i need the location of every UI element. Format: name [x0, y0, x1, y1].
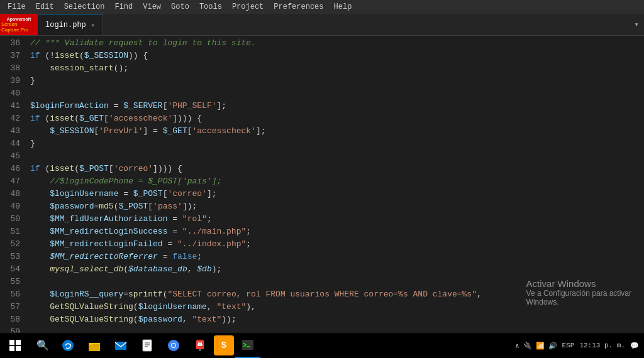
mail-icon [114, 339, 127, 352]
system-tray-icons: ∧ 🔌 📶 🔊 [515, 342, 557, 350]
line-num-46: 46 [0, 163, 20, 175]
editor-container: 36 37 38 39 40 41 42 43 44 45 46 47 48 4… [0, 36, 644, 344]
menu-view[interactable]: View [138, 1, 166, 13]
line-numbers: 36 37 38 39 40 41 42 43 44 45 46 47 48 4… [0, 36, 25, 344]
line-num-50: 50 [0, 213, 20, 225]
line-num-40: 40 [0, 87, 20, 100]
line-num-39: 39 [0, 75, 20, 87]
windows-logo-icon [9, 340, 21, 351]
taskbar-apps: 📮 S [55, 333, 260, 358]
svg-point-15 [172, 344, 175, 347]
tab-close-button[interactable]: ✕ [91, 21, 95, 29]
line-num-38: 38 [0, 62, 20, 75]
code-line-45 [30, 150, 644, 163]
svg-rect-1 [16, 340, 21, 345]
taskbar-app-chrome[interactable] [161, 333, 186, 358]
code-line-44: } [30, 138, 644, 150]
line-num-44: 44 [0, 138, 20, 150]
taskbar-app-mail[interactable] [108, 333, 133, 358]
line-num-53: 53 [0, 251, 20, 263]
tab-overflow-arrow[interactable]: ▾ [629, 19, 644, 30]
code-line-47: //$loginCodePhone = $_POST['pais']; [30, 175, 644, 188]
taskbar-app-active[interactable] [235, 333, 260, 358]
line-num-58: 58 [0, 313, 20, 326]
code-line-50: $MM_fldUserAuthorization = "rol"; [30, 213, 644, 225]
menu-file[interactable]: File [3, 1, 31, 13]
taskbar-app-app5[interactable]: 📮 [187, 333, 213, 358]
notepad-icon [141, 339, 153, 352]
menu-find[interactable]: Find [109, 1, 138, 13]
code-line-49: $password=md5($_POST['pass']); [30, 200, 644, 213]
code-line-38: session_start(); [30, 62, 644, 75]
notification-icon[interactable]: 💬 [630, 342, 639, 350]
svg-rect-0 [9, 340, 14, 345]
logo-line1: Apowersoft [7, 17, 31, 21]
menu-project[interactable]: Project [227, 1, 269, 13]
code-line-51: $MM_redirectLoginSuccess = "../main.php"… [30, 225, 644, 238]
code-line-41: $loginFormAction = $_SERVER['PHP_SELF']; [30, 100, 644, 112]
code-line-46: if (isset($_POST['correo']))) { [30, 163, 644, 175]
code-line-39: } [30, 75, 644, 87]
taskbar-app-sublime[interactable]: S [214, 335, 234, 355]
svg-rect-8 [115, 342, 126, 350]
taskbar-app-edge[interactable] [55, 333, 80, 358]
time-display: 12:13 p. m. [579, 342, 625, 349]
line-num-51: 51 [0, 225, 20, 238]
explorer-icon [88, 339, 101, 352]
menu-tools[interactable]: Tools [194, 1, 227, 13]
edge-icon [62, 339, 74, 352]
clock[interactable]: 12:13 p. m. [579, 342, 625, 349]
code-line-55 [30, 276, 644, 288]
logo-line2: Screen Capture Pro [1, 21, 36, 33]
line-num-49: 49 [0, 200, 20, 213]
code-line-43: $_SESSION['PrevUrl'] = $_GET['accesschec… [30, 125, 644, 138]
svg-rect-3 [16, 346, 21, 351]
svg-rect-7 [89, 343, 93, 345]
app-logo: Apowersoft Screen Capture Pro [0, 14, 38, 35]
code-line-52: $MM_redirectLoginFailed = "../index.php"… [30, 238, 644, 251]
line-num-55: 55 [0, 276, 20, 288]
wifi-icon[interactable]: 📶 [536, 342, 545, 350]
code-line-48: $loginUsername = $_POST['correo']; [30, 188, 644, 200]
chrome-icon [167, 339, 180, 352]
taskbar-app-explorer[interactable] [82, 333, 107, 358]
svg-rect-16 [242, 340, 253, 350]
svg-rect-9 [143, 340, 152, 351]
menu-selection[interactable]: Selection [59, 1, 110, 13]
line-num-36: 36 [0, 37, 20, 50]
tab-login-php[interactable]: login.php ✕ [38, 14, 103, 35]
line-num-45: 45 [0, 150, 20, 163]
line-num-37: 37 [0, 50, 20, 62]
menu-edit[interactable]: Edit [31, 1, 59, 13]
tab-label: login.php [45, 21, 86, 30]
tray-arrow-icon[interactable]: ∧ [515, 342, 519, 350]
terminal-icon [242, 339, 254, 351]
menu-goto[interactable]: Goto [166, 1, 194, 13]
line-num-54: 54 [0, 263, 20, 276]
taskbar-right: ∧ 🔌 📶 🔊 ESP 12:13 p. m. 💬 [515, 342, 644, 350]
menu-preferences[interactable]: Preferences [269, 1, 328, 13]
code-line-37: if (!isset($_SESSION)) { [30, 50, 644, 62]
line-num-52: 52 [0, 238, 20, 251]
svg-rect-2 [9, 346, 14, 351]
line-num-57: 57 [0, 301, 20, 313]
line-num-43: 43 [0, 125, 20, 138]
line-num-42: 42 [0, 112, 20, 125]
menu-help[interactable]: Help [329, 1, 357, 13]
line-num-48: 48 [0, 188, 20, 200]
code-line-57: GetSQLValueString($loginUsername, "text"… [30, 301, 644, 313]
search-button[interactable]: 🔍 [33, 335, 53, 355]
code-line-53: $MM_redirecttoReferrer = false; [30, 251, 644, 263]
code-line-40 [30, 87, 644, 100]
code-area[interactable]: // *** Validate request to login to this… [25, 36, 644, 344]
language-indicator[interactable]: ESP [562, 342, 575, 349]
menu-bar: File Edit Selection Find View Goto Tools… [0, 0, 644, 14]
line-num-56: 56 [0, 288, 20, 301]
taskbar-app-notepad[interactable] [135, 333, 160, 358]
line-num-47: 47 [0, 175, 20, 188]
network-icon[interactable]: 🔌 [523, 342, 532, 350]
svg-point-4 [62, 340, 74, 351]
sublime-icon: S [221, 340, 226, 350]
volume-icon[interactable]: 🔊 [548, 342, 557, 350]
start-button[interactable] [0, 333, 30, 358]
